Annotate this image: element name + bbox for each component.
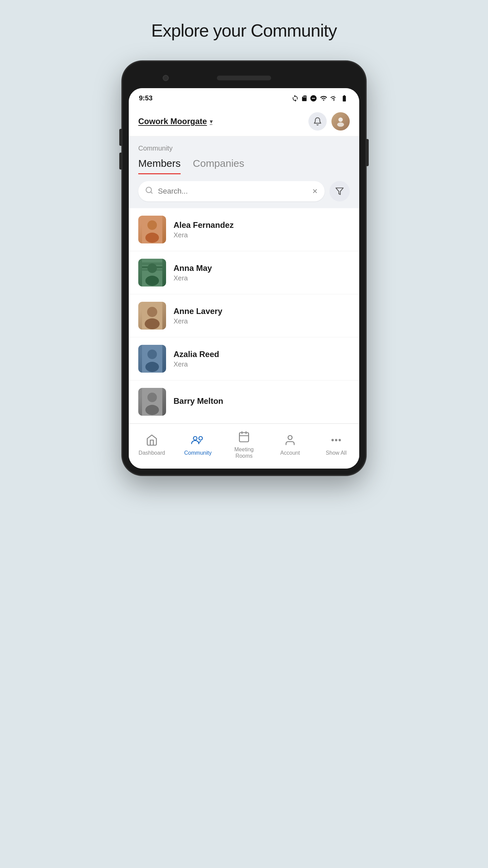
battery-icon bbox=[340, 95, 349, 102]
members-list: Alea Fernandez Xera bbox=[129, 208, 359, 423]
svg-point-12 bbox=[147, 263, 157, 273]
main-content: Community Members Companies ✕ bbox=[129, 136, 359, 469]
list-item[interactable]: Barry Melton bbox=[129, 380, 359, 423]
tab-companies[interactable]: Companies bbox=[193, 158, 244, 174]
list-item[interactable]: Anna May Xera bbox=[129, 251, 359, 294]
svg-line-3 bbox=[151, 192, 152, 193]
search-icon bbox=[145, 186, 153, 196]
user-avatar-button[interactable] bbox=[331, 112, 350, 131]
svg-point-22 bbox=[145, 405, 159, 415]
list-item[interactable]: Anne Lavery Xera bbox=[129, 294, 359, 337]
section-header: Community bbox=[129, 136, 359, 152]
notifications-button[interactable] bbox=[308, 112, 327, 131]
member-name: Alea Fernandez bbox=[174, 220, 350, 230]
side-button-vol-down bbox=[119, 153, 122, 170]
front-camera bbox=[163, 75, 169, 81]
workspace-selector[interactable]: Cowork Moorgate ▾ bbox=[138, 117, 212, 126]
dnd-icon bbox=[310, 95, 317, 102]
svg-point-16 bbox=[145, 318, 160, 329]
member-company: Xera bbox=[174, 231, 350, 239]
svg-marker-4 bbox=[336, 188, 343, 195]
user-avatar bbox=[331, 112, 350, 131]
svg-point-32 bbox=[339, 439, 341, 441]
member-name: Azalia Reed bbox=[174, 350, 350, 359]
svg-point-1 bbox=[337, 122, 344, 127]
sync-icon bbox=[291, 95, 299, 102]
earpiece-speaker bbox=[217, 76, 271, 80]
status-bar: 9:53 bbox=[129, 88, 359, 107]
member-avatar bbox=[138, 345, 166, 373]
svg-point-19 bbox=[145, 362, 159, 372]
side-button-vol-up bbox=[119, 129, 122, 146]
svg-point-21 bbox=[147, 393, 157, 402]
nav-item-community[interactable]: Community bbox=[175, 433, 221, 456]
search-clear-button[interactable]: ✕ bbox=[312, 187, 318, 195]
nav-item-dashboard[interactable]: Dashboard bbox=[129, 433, 175, 456]
sd-card-icon bbox=[301, 95, 308, 102]
svg-point-15 bbox=[147, 307, 157, 317]
filter-button[interactable] bbox=[329, 181, 350, 201]
nav-item-meeting-rooms[interactable]: MeetingRooms bbox=[221, 429, 267, 459]
member-name: Anna May bbox=[174, 263, 350, 273]
list-item[interactable]: Alea Fernandez Xera bbox=[129, 208, 359, 251]
svg-point-0 bbox=[339, 117, 343, 122]
side-button-power bbox=[366, 139, 369, 166]
member-company: Xera bbox=[174, 360, 350, 368]
search-input[interactable] bbox=[158, 187, 307, 196]
nav-label-account: Account bbox=[280, 450, 300, 456]
tab-members[interactable]: Members bbox=[138, 158, 181, 174]
member-avatar bbox=[138, 302, 166, 330]
phone-top-bar bbox=[129, 68, 359, 88]
section-label: Community bbox=[138, 144, 350, 152]
member-info: Anna May Xera bbox=[174, 263, 350, 282]
member-info: Anne Lavery Xera bbox=[174, 307, 350, 325]
svg-point-23 bbox=[194, 436, 197, 440]
svg-point-7 bbox=[145, 233, 159, 243]
tabs-container: Members Companies bbox=[129, 158, 359, 174]
member-info: Alea Fernandez Xera bbox=[174, 220, 350, 239]
nav-label-community: Community bbox=[184, 450, 212, 456]
phone-screen: 9:53 bbox=[129, 88, 359, 469]
status-time: 9:53 bbox=[139, 94, 152, 102]
bottom-nav: Dashboard Community bbox=[129, 423, 359, 469]
meeting-rooms-icon bbox=[237, 429, 251, 444]
search-area: ✕ bbox=[129, 174, 359, 208]
phone-frame: 9:53 bbox=[122, 61, 366, 475]
svg-point-30 bbox=[332, 439, 333, 441]
bell-icon bbox=[313, 117, 322, 126]
header-actions bbox=[308, 112, 350, 131]
community-icon bbox=[190, 433, 205, 448]
filter-icon bbox=[335, 187, 344, 196]
list-item[interactable]: Azalia Reed Xera bbox=[129, 337, 359, 380]
svg-point-29 bbox=[288, 435, 292, 439]
signal-icon bbox=[330, 95, 338, 102]
member-company: Xera bbox=[174, 317, 350, 325]
app-header: Cowork Moorgate ▾ bbox=[129, 107, 359, 136]
page-title: Explore your Community bbox=[151, 20, 337, 41]
dashboard-icon bbox=[144, 433, 159, 448]
status-icons bbox=[291, 95, 349, 102]
member-name: Anne Lavery bbox=[174, 307, 350, 316]
svg-rect-25 bbox=[240, 433, 249, 442]
svg-point-24 bbox=[199, 436, 203, 440]
nav-label-show-all: Show All bbox=[326, 450, 346, 456]
member-avatar bbox=[138, 388, 166, 416]
nav-label-dashboard: Dashboard bbox=[139, 450, 165, 456]
search-bar: ✕ bbox=[138, 181, 325, 201]
workspace-name: Cowork Moorgate bbox=[138, 117, 207, 126]
svg-point-6 bbox=[147, 220, 157, 230]
workspace-chevron-icon: ▾ bbox=[210, 118, 212, 125]
member-info: Azalia Reed Xera bbox=[174, 350, 350, 368]
member-company: Xera bbox=[174, 274, 350, 282]
nav-item-show-all[interactable]: Show All bbox=[313, 433, 359, 456]
member-avatar bbox=[138, 259, 166, 287]
wifi-icon bbox=[319, 95, 328, 102]
member-info: Barry Melton bbox=[174, 396, 350, 407]
account-icon bbox=[283, 433, 298, 448]
nav-item-account[interactable]: Account bbox=[267, 433, 313, 456]
svg-point-31 bbox=[336, 439, 337, 441]
show-all-icon bbox=[329, 433, 344, 448]
nav-label-meeting-rooms: MeetingRooms bbox=[235, 446, 254, 459]
member-name: Barry Melton bbox=[174, 396, 350, 406]
svg-point-18 bbox=[147, 350, 157, 359]
